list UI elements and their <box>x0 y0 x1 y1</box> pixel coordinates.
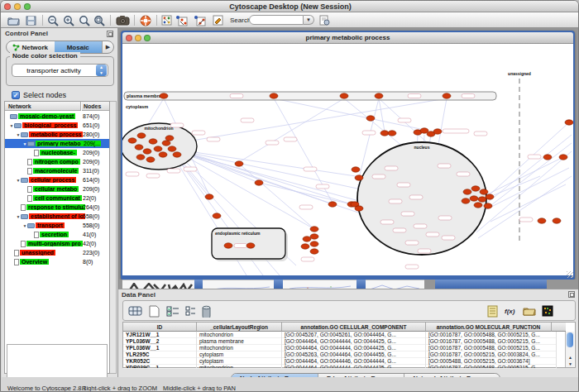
combo-stepper-icon[interactable]: ▲▼ <box>96 65 107 76</box>
window-title: Cytoscape Desktop (New Session) <box>1 2 579 11</box>
tree-scrollbar[interactable] <box>110 101 117 374</box>
search-dropdown-icon[interactable]: ▼ <box>304 15 314 25</box>
attribute-checklist-icon[interactable] <box>166 304 180 318</box>
layout-icon-b[interactable] <box>194 13 207 27</box>
file-icon <box>21 204 26 211</box>
tree-row[interactable]: ▼establishment of lo558(0) <box>5 212 109 221</box>
tree-row[interactable]: secretion41(0) <box>5 230 109 239</box>
tree-row[interactable]: nucleobase-209(0) <box>5 148 109 157</box>
tree-row[interactable]: response to stimulu264(0) <box>5 203 109 212</box>
folder-icon <box>10 114 17 119</box>
tree-row[interactable]: ▼biological_process651(0) <box>5 121 109 130</box>
tree-row[interactable]: macromolecule311(0) <box>5 166 109 175</box>
select-nodes-label: Select nodes <box>23 91 66 99</box>
tree-row[interactable]: Overview8(0) <box>5 257 109 266</box>
table-row[interactable]: YDR039C__1mitochondrion[GO:0044464, GO:0… <box>123 365 557 369</box>
layout-icon-a[interactable] <box>175 13 189 27</box>
network-nodes[interactable] <box>128 93 573 254</box>
table-row[interactable]: YPL036W__2plasma membrane[GO:0044464, GO… <box>123 338 557 345</box>
resize-grip[interactable] <box>567 271 573 278</box>
zoom-out-icon[interactable] <box>47 13 59 27</box>
network-tab-icon <box>12 44 20 51</box>
tree-col-network[interactable]: Network <box>5 102 81 111</box>
open-icon[interactable] <box>7 13 20 27</box>
status-welcome: Welcome to Cytoscape 2.8.1 <box>7 385 87 392</box>
save-icon[interactable] <box>26 13 36 27</box>
endoplasmic-reticulum-label: endoplasmic reticulum <box>215 231 261 236</box>
tree-row[interactable]: unassigned223(0) <box>5 248 109 257</box>
session-settings-icon[interactable] <box>319 13 330 27</box>
tree-row[interactable]: ▼metabolic process280(0) <box>5 130 109 139</box>
tree-row[interactable]: nitrogen compo209(0) <box>5 157 109 166</box>
file-icon <box>27 186 32 193</box>
col-header-id[interactable]: ID <box>123 323 197 332</box>
table-row[interactable]: YLR295Ccytoplasm[GO:0045263, GO:0044464,… <box>123 351 557 358</box>
control-panel: Control Panel Network Mosaic ▶ Node colo… <box>2 28 118 377</box>
tree-row[interactable]: cell communicat22(0) <box>5 194 109 203</box>
scroll-down-icon[interactable]: ▼ <box>567 361 574 367</box>
scrollbar-thumb[interactable] <box>567 332 573 347</box>
cytoplasm-label: cytoplasm <box>126 104 148 109</box>
annotation-icon[interactable] <box>213 13 223 27</box>
float-panel-icon[interactable] <box>568 291 575 298</box>
tab-mosaic[interactable]: Mosaic <box>55 41 103 53</box>
table-row[interactable]: YJR121W__1mitochondrion[GO:0045267, GO:0… <box>123 332 557 338</box>
node-color-select[interactable]: transporter activity ▲▼ <box>12 64 108 77</box>
table-row[interactable]: YPL036W__1mitochondrion[GO:0044464, GO:0… <box>123 345 557 351</box>
snapshot-camera-icon[interactable] <box>116 13 130 27</box>
file-icon <box>27 195 32 202</box>
tree-row-selected[interactable]: ▼primary metabo209(... <box>5 139 109 148</box>
background-window-border <box>356 280 366 289</box>
folder-icon <box>27 223 35 228</box>
file-icon <box>34 232 39 238</box>
col-header-cellular-component[interactable]: annotation.GO CELLULAR_COMPONENT <box>282 323 426 332</box>
zoom-in-icon[interactable] <box>63 13 74 27</box>
search-input[interactable] <box>249 15 304 25</box>
window-titlebar[interactable]: Cytoscape Desktop (New Session) <box>1 1 579 12</box>
float-panel-icon[interactable] <box>107 31 113 37</box>
overview-icon[interactable] <box>161 13 172 27</box>
background-window-edge <box>366 280 424 289</box>
tree-row[interactable]: ▼cellular process614(0) <box>5 175 109 184</box>
main-toolbar: Search: ▼ <box>1 12 579 28</box>
zoom-selected-icon[interactable] <box>79 13 90 27</box>
unassigned-label: unassigned <box>508 71 531 76</box>
network-view-title: primary metabolic process <box>122 34 573 41</box>
tabs-overflow-arrow[interactable]: ▶ <box>102 41 113 53</box>
unselect-attributes-icon[interactable] <box>185 304 196 318</box>
file-icon <box>14 250 19 256</box>
app-window: Cytoscape Desktop (New Session) Search: … <box>0 0 579 392</box>
col-header-region[interactable]: _cellularLayoutRegion <box>197 323 282 332</box>
network-graph: plasma membrane cytoplasm mitochondrion … <box>122 44 573 275</box>
network-canvas[interactable]: plasma membrane cytoplasm mitochondrion … <box>122 44 573 275</box>
table-scrollbar[interactable]: ▲ ▼ <box>565 332 574 367</box>
select-attributes-icon[interactable] <box>128 304 142 318</box>
select-nodes-checkbox[interactable]: ✓ <box>12 91 20 99</box>
delete-attribute-icon[interactable] <box>201 304 212 318</box>
file-icon <box>14 259 19 265</box>
formula-builder-icon[interactable]: f(x) <box>505 304 514 318</box>
scroll-up-icon[interactable]: ▲ <box>567 355 574 361</box>
background-window-border <box>194 280 203 289</box>
status-pan-hint: Middle-click + drag to PAN <box>163 385 236 392</box>
attribute-editor-icon[interactable] <box>487 304 498 318</box>
tree-row[interactable]: cellular metabo209(0) <box>5 184 109 194</box>
toolbar-separator <box>110 15 111 26</box>
background-window-border <box>435 280 547 289</box>
table-row[interactable]: YKR052Ccytoplasm[GO:0044464, GO:0044446,… <box>123 358 557 365</box>
help-lifering-icon[interactable] <box>140 13 151 27</box>
network-view-frame[interactable]: primary metabolic process plasma membran… <box>121 31 575 280</box>
tree-row[interactable]: multi-organism pro42(0) <box>5 239 109 248</box>
new-attribute-icon[interactable] <box>149 304 160 318</box>
tree-row[interactable]: ▼transport558(0) <box>5 221 109 230</box>
zoom-fit-icon[interactable] <box>93 13 105 27</box>
tree-row[interactable]: mosaic-demo-yeast874(0) <box>5 112 109 121</box>
status-zoom-hint: Right-click + drag to ZOOM <box>82 385 157 392</box>
tree-col-nodes[interactable]: Nodes <box>82 102 109 111</box>
network-view-titlebar[interactable]: primary metabolic process <box>122 32 573 44</box>
tab-network[interactable]: Network <box>7 41 55 53</box>
col-header-molecular-function[interactable]: annotation.GO MOLECULAR_FUNCTION <box>426 323 552 332</box>
heatmap-matrix-icon[interactable] <box>542 304 553 318</box>
import-attributes-icon[interactable] <box>523 304 536 318</box>
plasma-membrane-region <box>124 92 496 100</box>
